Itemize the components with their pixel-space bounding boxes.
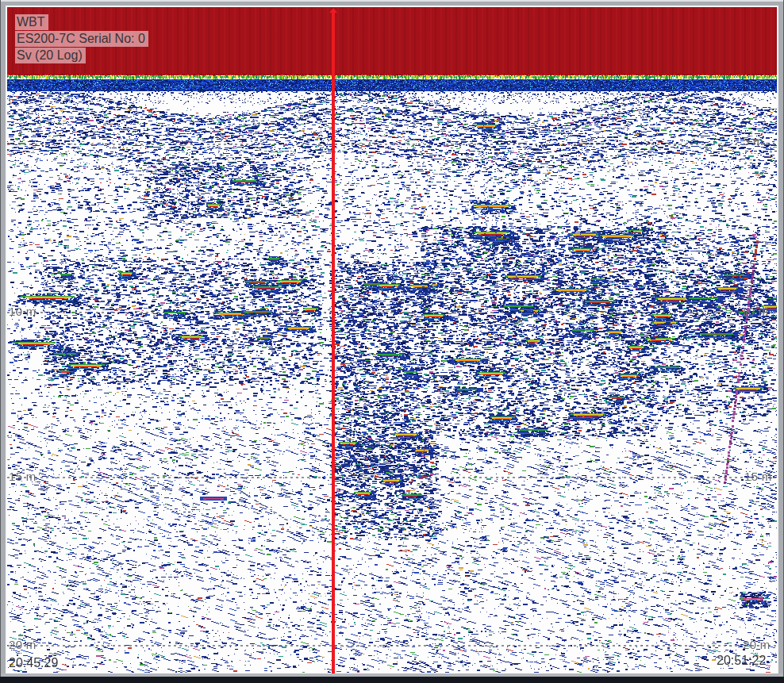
- window-border-top: [0, 0, 784, 2]
- window-border-left: [0, 0, 1, 683]
- window-bottom-bar: [0, 677, 784, 683]
- echogram-window: WBT ES200-7C Serial No: 0 Sv (20 Log) 5 …: [0, 0, 784, 683]
- window-inner-border: [6, 6, 778, 675]
